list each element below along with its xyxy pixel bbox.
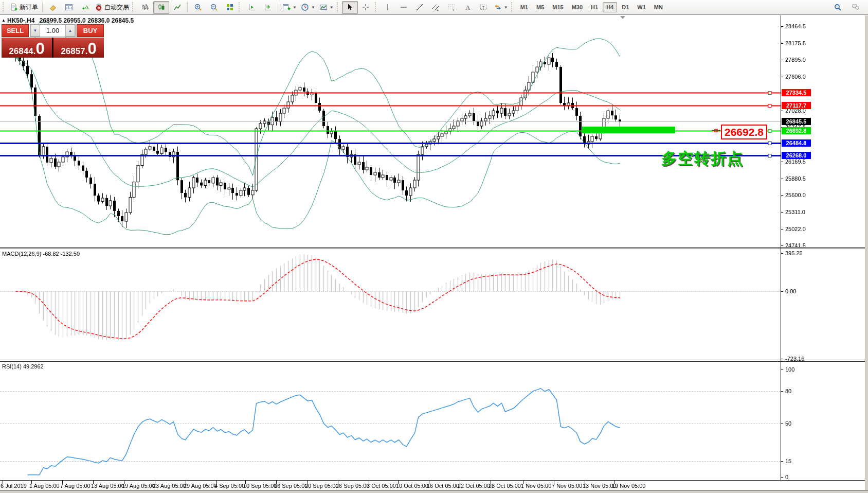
chart-play-icon — [248, 3, 256, 11]
cursor-button[interactable] — [342, 1, 358, 14]
chevron-down-icon: ▼ — [330, 5, 334, 10]
chevron-down-icon: ▼ — [504, 5, 508, 10]
hline-button[interactable] — [396, 1, 412, 14]
profile-button[interactable] — [61, 1, 77, 14]
date-axis-label: 26 Sep 05:00 — [336, 483, 369, 489]
chart-shift-marker-icon[interactable] — [620, 16, 625, 19]
svg-text:F: F — [453, 8, 455, 11]
chart-shift-button[interactable] — [260, 1, 276, 14]
rsi-scale-tick: 80 — [785, 388, 791, 394]
crosshair-icon — [361, 3, 370, 11]
crosshair-button[interactable] — [358, 1, 374, 14]
new-chart-button[interactable]: ▼ — [280, 1, 299, 14]
svg-text:T: T — [482, 5, 485, 10]
timeframe-m1-button[interactable]: M1 — [517, 2, 532, 12]
volume-stepper: ▼ 1.00 ▲ — [30, 24, 76, 37]
timeframe-d1-button[interactable]: D1 — [618, 2, 632, 12]
tiles-icon — [226, 3, 234, 11]
timeframe-mn-button[interactable]: MN — [650, 2, 666, 12]
chinese-annotation-text[interactable]: 多空转折点 — [661, 148, 744, 169]
new-order-button[interactable]: 新订单 — [8, 1, 40, 14]
sell-price[interactable]: 26844.0 — [2, 38, 52, 58]
collapse-arrow-icon[interactable]: ▲ — [2, 18, 6, 23]
date-axis-label: 1 Nov 05:00 — [521, 483, 551, 489]
new-order-button-label: 新订单 — [20, 3, 38, 12]
svg-text:A: A — [465, 4, 471, 11]
label-button[interactable]: T — [476, 1, 492, 14]
chart-canvas[interactable] — [0, 0, 868, 493]
volume-increase-button[interactable]: ▲ — [65, 25, 75, 37]
rsi-scale-tick: 15 — [785, 458, 791, 464]
buy-button[interactable]: BUY — [77, 24, 104, 37]
autotrade-icon — [95, 3, 103, 11]
periods-button[interactable]: ▼ — [299, 1, 317, 14]
hline-icon — [400, 3, 408, 11]
channel-button[interactable]: E — [428, 1, 444, 14]
volume-value[interactable]: 1.00 — [40, 25, 65, 37]
date-axis-label: 1 Aug 05:00 — [29, 483, 60, 489]
rsi-scale-tick: 50 — [785, 420, 791, 427]
macd-scale-tick: 395.25 — [785, 250, 803, 256]
price-scale-tick: 27895.0 — [785, 57, 806, 63]
arrows-button[interactable]: ▼ — [492, 1, 510, 14]
chart-ohlc: 26899.5 26955.0 26836.0 26845.5 — [40, 17, 134, 24]
text-label-icon: T — [479, 3, 487, 11]
price-annotation-label[interactable]: 26692.8 — [721, 125, 767, 139]
chart-symbol-period: HK50-,H4 — [7, 17, 34, 24]
zoom-in-button[interactable] — [190, 1, 206, 14]
date-axis-label: 16 Sep 05:00 — [274, 483, 308, 489]
search-button[interactable] — [829, 1, 845, 14]
date-axis-label: 13 Nov 05:00 — [583, 483, 616, 489]
timeframe-h1-button[interactable]: H1 — [587, 2, 602, 12]
volume-decrease-button[interactable]: ▼ — [30, 25, 40, 37]
timeframe-m15-button[interactable]: M15 — [549, 2, 567, 12]
macd-scale-tick: -723.16 — [785, 356, 804, 362]
clock-icon — [301, 3, 309, 11]
date-axis-label: 29 Aug 05:00 — [184, 483, 217, 489]
doc-plus-icon — [10, 3, 18, 11]
price-scale-tick: 28175.5 — [785, 40, 806, 46]
chat-icon — [852, 3, 860, 11]
candles-icon — [157, 3, 166, 11]
buy-price[interactable]: 26857.0 — [53, 38, 104, 58]
chat-button[interactable] — [847, 1, 863, 14]
zoom-out-button[interactable] — [206, 1, 222, 14]
alerts-button[interactable] — [77, 1, 93, 14]
fibo-button[interactable]: F — [444, 1, 460, 14]
main-toolbar: 新订单自动交易▼▼▼EFAT▼M1M5M15M30H1H4D1W1MN — [0, 0, 868, 15]
price-badge-red: 27117.7 — [782, 102, 811, 109]
trendline-button[interactable] — [412, 1, 428, 14]
line-chart-button[interactable] — [169, 1, 185, 14]
auto-scroll-button[interactable] — [244, 1, 260, 14]
vline-button[interactable] — [380, 1, 396, 14]
timeframe-m30-button[interactable]: M30 — [568, 2, 586, 12]
candle-chart-button[interactable] — [153, 1, 169, 14]
autotrade-button[interactable]: 自动交易 — [93, 1, 131, 14]
rsi-scale-tick: 0 — [785, 474, 788, 480]
price-scale-tick: 24741.5 — [785, 242, 806, 249]
price-scale-tick: 25022.0 — [785, 226, 806, 232]
price-scale-tick: 25880.5 — [785, 175, 806, 182]
timeframe-h4-button[interactable]: H4 — [603, 2, 617, 12]
bottom-edge-strip — [0, 490, 868, 493]
price-badge-blue: 26268.0 — [782, 152, 811, 159]
date-axis-label: 19 Aug 05:00 — [122, 483, 155, 489]
bar-chart-button[interactable] — [137, 1, 153, 14]
date-axis-label: 22 Oct 05:00 — [458, 483, 490, 489]
sell-button[interactable]: SELL — [2, 24, 29, 37]
templates-button[interactable]: ▼ — [317, 1, 336, 14]
rsi-scale-tick: 100 — [785, 366, 794, 373]
date-axis-label: 28 Oct 05:00 — [489, 483, 521, 489]
bar-chart-icon — [141, 3, 150, 11]
rsi-header: RSI(14) 49.2962 — [2, 363, 44, 369]
text-button[interactable]: A — [460, 1, 476, 14]
date-axis-label: 10 Sep 05:00 — [243, 483, 277, 489]
timeframe-w1-button[interactable]: W1 — [634, 2, 649, 12]
tile-windows-button[interactable] — [222, 1, 238, 14]
macd-header: MACD(12,26,9) -68.82 -132.50 — [2, 251, 80, 257]
eraser-button[interactable] — [45, 1, 61, 14]
timeframe-m5-button[interactable]: M5 — [533, 2, 548, 12]
chart-plus-icon — [282, 3, 291, 11]
price-badge-black: 26845.5 — [782, 118, 811, 125]
fibo-icon: F — [447, 3, 456, 11]
